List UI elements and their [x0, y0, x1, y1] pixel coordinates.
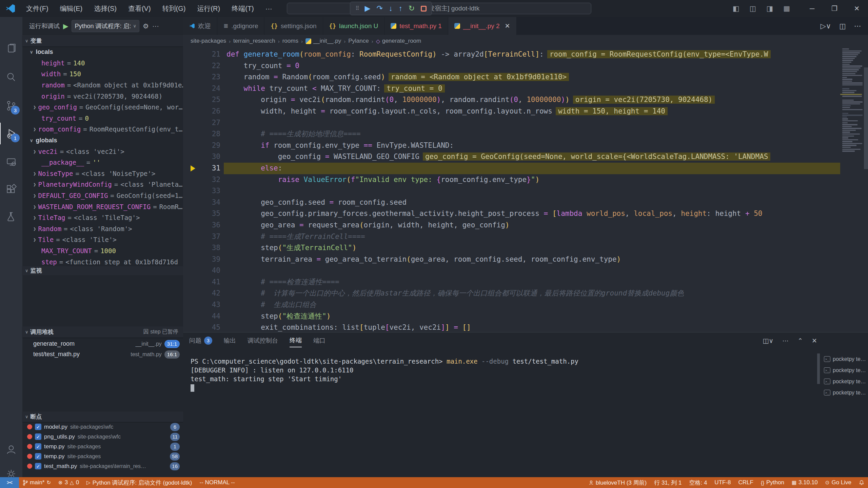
- breadcrumb-item[interactable]: terrain_research: [233, 38, 275, 44]
- toggle-secondary-sidebar-icon[interactable]: ◨: [766, 4, 773, 13]
- breakpoint-checkbox[interactable]: ✓: [35, 443, 41, 450]
- panel-maximize-icon[interactable]: ⌃: [797, 337, 803, 345]
- breadcrumb-item[interactable]: site-packages: [191, 38, 226, 44]
- accounts[interactable]: [0, 439, 22, 461]
- variable-row[interactable]: ❯vec2i=<class 'vec2i'>: [22, 146, 183, 157]
- terminal-instance[interactable]: >_pocketpy te…: [824, 365, 868, 376]
- source-control[interactable]: 3: [0, 95, 22, 117]
- menu-[interactable]: ···: [260, 0, 278, 17]
- remote-explorer[interactable]: [0, 151, 22, 173]
- breadcrumb-item[interactable]: ◇generate_room: [376, 38, 421, 44]
- terminal-output[interactable]: PS C:\computer_science\godot-ldtk\site-p…: [191, 357, 821, 392]
- breakpoint-row[interactable]: ✓temp.pysite-packages58: [22, 451, 183, 461]
- panel-tab-调试控制台[interactable]: 调试控制台: [248, 334, 278, 347]
- encoding[interactable]: UTF-8: [711, 477, 734, 488]
- language-mode[interactable]: {} Python: [757, 477, 788, 488]
- variable-row[interactable]: width=150: [22, 68, 183, 80]
- variable-row[interactable]: ❯TileTag=<class 'TileTag'>: [22, 212, 183, 223]
- debug-config-dropdown[interactable]: Python 调试程序: 启: ∨: [72, 20, 139, 32]
- menu-g[interactable]: 转到(G): [157, 0, 192, 17]
- breakpoint-checkbox[interactable]: ✓: [35, 424, 41, 430]
- tab-launch.json[interactable]: {}launch.json U: [323, 17, 385, 35]
- call-stack-section-header[interactable]: ∨调用堆栈 因 step 已暂停: [22, 326, 183, 338]
- panel-more-icon[interactable]: ⋯: [782, 337, 789, 345]
- run-python-file-button[interactable]: ▷∨: [821, 22, 831, 30]
- breakpoint-checkbox[interactable]: ✓: [35, 463, 41, 469]
- code-editor[interactable]: 21def generate_room(room_config: RoomReq…: [183, 47, 868, 332]
- tab-settings.json[interactable]: {}settings.json: [264, 17, 323, 35]
- tab-test_math.py[interactable]: test_math.py 1: [384, 17, 448, 35]
- editor-scrollbar[interactable]: [864, 67, 868, 169]
- panel-tab-问题[interactable]: 问题3: [189, 334, 212, 347]
- panel-tab-终端[interactable]: 终端: [290, 334, 302, 347]
- cursor-position[interactable]: 行 31, 列 1: [650, 477, 685, 488]
- drag-handle-icon[interactable]: ⠿: [355, 2, 359, 15]
- variable-row[interactable]: MAX_TRY_COUNT=1000: [22, 245, 183, 257]
- variable-row[interactable]: ❯WASTELAND_ROOM_REQUEST_CONFIG=RoomR…: [22, 201, 183, 212]
- call-stack-frame[interactable]: generate_room__init__.py31:1: [22, 339, 183, 349]
- go-live-item[interactable]: ⊙ Go Live: [822, 477, 855, 488]
- variable-row[interactable]: step=<function step at 0x1bf8d716d: [22, 256, 183, 266]
- breadcrumb[interactable]: site-packages›terrain_research›rooms›__i…: [183, 35, 868, 47]
- minimap[interactable]: [840, 47, 864, 332]
- customize-layout-icon[interactable]: ▦: [783, 4, 790, 13]
- git-branch-item[interactable]: main* ↻: [19, 477, 55, 488]
- more-actions-button[interactable]: ⋯: [854, 22, 861, 30]
- variable-row[interactable]: ❯PlanetaryWindConfig=<class 'Planeta…: [22, 179, 183, 190]
- variable-row[interactable]: ❯NoiseType=<class 'NoiseType'>: [22, 168, 183, 179]
- stop-button[interactable]: [421, 6, 427, 12]
- step-over-button[interactable]: ↷: [376, 2, 382, 15]
- run-and-debug[interactable]: 1: [0, 123, 22, 144]
- terminal-scrollbar[interactable]: [817, 353, 820, 384]
- variable-row[interactable]: random=<Random object at 0x1bf9d01e…: [22, 80, 183, 91]
- git-blame-item[interactable]: blueloveTH (3 周前): [585, 477, 650, 488]
- start-debug-icon[interactable]: ▶: [63, 22, 68, 30]
- menu-s[interactable]: 选择(S): [88, 0, 122, 17]
- toggle-sidebar-icon[interactable]: ◧: [733, 4, 739, 13]
- breadcrumb-item[interactable]: Pylance: [348, 38, 369, 44]
- call-stack-frame[interactable]: test/test_math.pytest_math.py16:1: [22, 349, 183, 360]
- variables-section-header[interactable]: ∨变量: [22, 35, 183, 46]
- variable-row[interactable]: ❯DEFAULT_GEO_CONFIG=GeoConfig(seed=1…: [22, 190, 183, 201]
- command-center-search[interactable]: [扩展开发宿主] godot-ldtk: [287, 3, 591, 14]
- menu-r[interactable]: 运行(R): [191, 0, 226, 17]
- extensions[interactable]: [0, 179, 22, 201]
- more-actions-icon[interactable]: ···: [152, 22, 159, 30]
- menu-f[interactable]: 文件(F): [20, 0, 54, 17]
- explorer[interactable]: [0, 38, 22, 60]
- tab-__init__.py[interactable]: __init__.py 2✕: [448, 17, 517, 35]
- minimize-button[interactable]: ─: [801, 0, 823, 17]
- eol-sequence[interactable]: CRLF: [735, 477, 757, 488]
- testing[interactable]: [0, 206, 22, 228]
- variable-row[interactable]: ❯geo_config=GeoConfig(seed=None, wor…: [22, 102, 183, 113]
- variable-row[interactable]: __package__='': [22, 157, 183, 168]
- variables-group[interactable]: ∨locals: [22, 46, 183, 58]
- menu-t[interactable]: 终端(T): [226, 0, 260, 17]
- step-into-button[interactable]: ↓: [389, 2, 393, 15]
- breakpoint-row[interactable]: ✓temp.pysite-packages1: [22, 442, 183, 451]
- terminal-instance[interactable]: >_pocketpy te…: [824, 376, 868, 387]
- variable-row[interactable]: ❯Tile=<class 'Tile'>: [22, 234, 183, 245]
- breakpoint-row[interactable]: ✓test_math.pysite-packages\terrain_res…1…: [22, 461, 183, 471]
- close-button[interactable]: ✕: [846, 0, 868, 17]
- terminal-instance[interactable]: >_pocketpy te…: [824, 387, 868, 398]
- remote-indicator[interactable]: ><: [0, 477, 19, 488]
- watch-section-header[interactable]: ∨监视: [22, 266, 183, 275]
- menu-v[interactable]: 查看(V): [122, 0, 157, 17]
- restore-button[interactable]: ❐: [823, 0, 846, 17]
- variable-row[interactable]: ❯Random=<class 'Random'>: [22, 223, 183, 235]
- panel-tab-输出[interactable]: 输出: [224, 334, 236, 347]
- problems-item[interactable]: ⊗3 △0: [55, 477, 83, 488]
- panel-close-icon[interactable]: ✕: [812, 337, 817, 345]
- menu-e[interactable]: 编辑(E): [54, 0, 88, 17]
- panel-tab-端口[interactable]: 端口: [313, 334, 326, 347]
- step-out-button[interactable]: ↑: [399, 2, 402, 15]
- variable-row[interactable]: origin=vec2i(7205730, 9024468): [22, 90, 183, 102]
- restart-button[interactable]: ↻: [409, 2, 415, 15]
- tab-[interactable]: 欢迎: [183, 17, 217, 35]
- variables-group[interactable]: ∨globals: [22, 135, 183, 146]
- search[interactable]: [0, 66, 22, 88]
- close-icon[interactable]: ✕: [505, 22, 510, 30]
- breakpoints-section-header[interactable]: ∨断点: [22, 411, 183, 422]
- breadcrumb-item[interactable]: rooms: [282, 38, 298, 44]
